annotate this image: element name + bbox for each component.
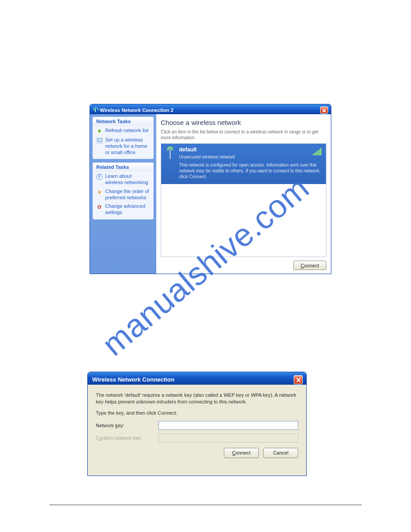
panel-header: Network Tasks bbox=[93, 117, 154, 126]
dialog-text-2: Type the key, and then click Connect. bbox=[96, 410, 298, 416]
titlebar[interactable]: Wireless Network Connection 2 bbox=[90, 104, 331, 114]
sidebar-item-label: Set up a wireless network for a home or … bbox=[105, 137, 150, 155]
confirm-key-row: Confirm network key: bbox=[96, 433, 298, 442]
window-title: Wireless Network Connection 2 bbox=[100, 107, 173, 113]
star-icon: ★ bbox=[96, 189, 103, 195]
network-key-input[interactable] bbox=[158, 421, 298, 430]
page-subtext: Click an item in the list below to conne… bbox=[161, 129, 326, 141]
network-status: Unsecured wireless network bbox=[179, 154, 322, 159]
network-key-dialog: Wireless Network Connection The network … bbox=[87, 372, 307, 476]
network-tasks-panel: Network Tasks Refresh network list Set u… bbox=[93, 117, 154, 159]
panel-header: Related Tasks bbox=[93, 163, 154, 172]
cancel-button[interactable]: Cancel bbox=[263, 448, 298, 458]
refresh-icon bbox=[96, 128, 103, 134]
gear-icon: ✿ bbox=[96, 204, 103, 210]
confirm-key-label: Confirm network key: bbox=[96, 435, 158, 441]
related-tasks-panel: Related Tasks Learn about wireless netwo… bbox=[93, 163, 154, 219]
network-key-label: Network key: bbox=[96, 423, 158, 428]
antenna-icon bbox=[165, 146, 176, 164]
close-icon[interactable] bbox=[320, 107, 328, 114]
network-description: This network is configured for open acce… bbox=[179, 162, 322, 180]
signal-bars-icon bbox=[313, 148, 321, 155]
window-title: Wireless Network Connection bbox=[92, 376, 174, 383]
setup-icon bbox=[96, 137, 103, 144]
network-list[interactable]: default Unsecured wireless network This … bbox=[161, 143, 326, 257]
dialog-text-1: The network 'default' requires a network… bbox=[96, 392, 298, 405]
network-item-selected[interactable]: default Unsecured wireless network This … bbox=[161, 144, 326, 184]
titlebar[interactable]: Wireless Network Connection bbox=[88, 372, 306, 385]
divider bbox=[49, 505, 362, 505]
connect-button[interactable]: Connect bbox=[293, 261, 326, 270]
network-key-row: Network key: bbox=[96, 421, 298, 430]
sidebar-item-label: Change the order of preferred networks bbox=[105, 189, 150, 201]
sidebar-item-setup[interactable]: Set up a wireless network for a home or … bbox=[93, 135, 154, 156]
sidebar-item-learn[interactable]: Learn about wireless networking bbox=[93, 172, 154, 187]
sidebar: Network Tasks Refresh network list Set u… bbox=[90, 114, 156, 274]
confirm-key-input bbox=[158, 433, 298, 442]
connect-button[interactable]: Connect bbox=[224, 448, 259, 458]
main-panel: Choose a wireless network Click an item … bbox=[156, 114, 331, 274]
wireless-list-window: Wireless Network Connection 2 Network Ta… bbox=[90, 104, 331, 274]
sidebar-item-label: Learn about wireless networking bbox=[105, 173, 150, 186]
sidebar-item-order[interactable]: ★ Change the order of preferred networks bbox=[93, 187, 154, 202]
antenna-icon bbox=[93, 107, 98, 113]
sidebar-item-refresh[interactable]: Refresh network list bbox=[93, 126, 154, 135]
page-title: Choose a wireless network bbox=[161, 119, 326, 126]
sidebar-item-advanced[interactable]: ✿ Change advanced settings bbox=[93, 202, 154, 217]
sidebar-item-label: Refresh network list bbox=[105, 128, 149, 134]
close-icon[interactable] bbox=[294, 375, 303, 384]
sidebar-item-label: Change advanced settings bbox=[105, 203, 150, 216]
info-icon bbox=[96, 174, 103, 180]
network-name: default bbox=[179, 146, 322, 153]
